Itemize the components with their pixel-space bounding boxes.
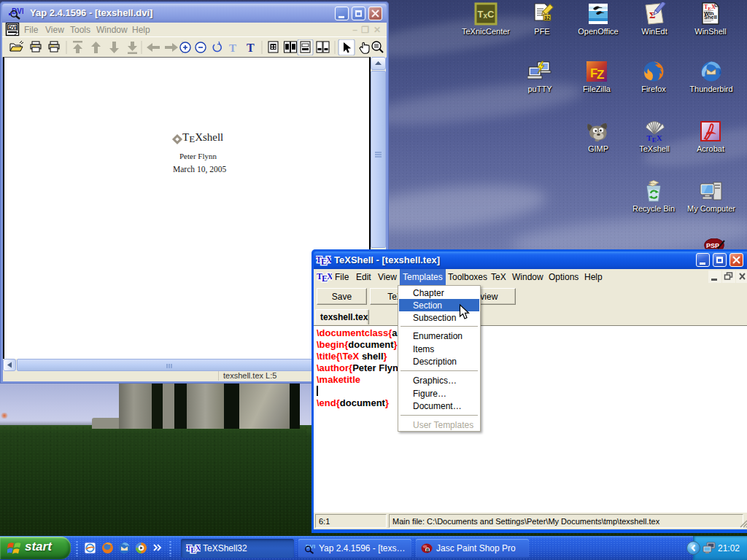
svg-text:Z: Z [597,68,604,82]
svg-text:TEX: TEX [186,543,201,554]
svg-text:TEX: TEX [646,133,662,143]
svg-text:32: 32 [544,15,550,20]
svg-text:TEX: TEX [316,254,331,267]
svg-text:T: T [247,42,255,54]
svg-text:8: 8 [426,547,430,553]
svg-text:DVI: DVI [8,25,17,30]
svg-text:Shell: Shell [704,14,717,20]
svg-text:TEX: TEX [317,271,332,284]
svg-text:Σ: Σ [649,9,656,20]
svg-text:PSP: PSP [706,242,719,249]
svg-text:T: T [229,42,236,54]
